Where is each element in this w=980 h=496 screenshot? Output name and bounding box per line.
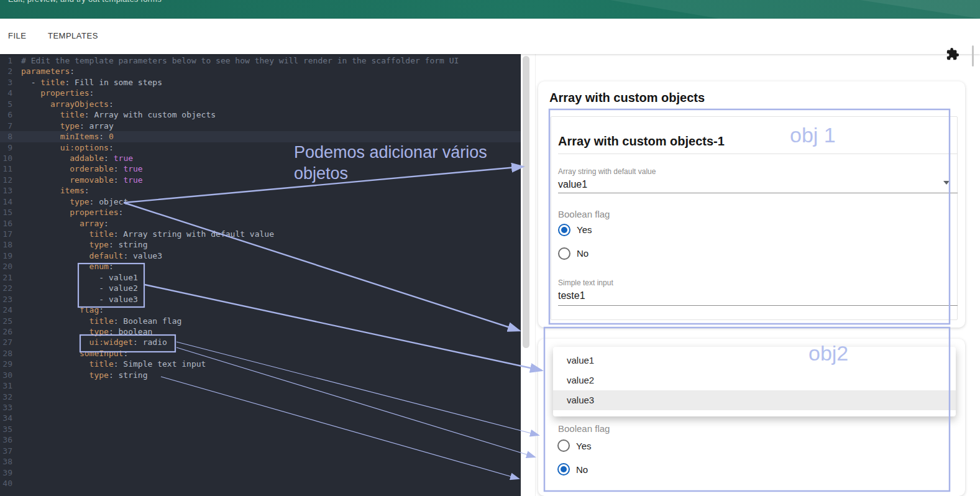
code-line[interactable]: 2parameters:: [0, 66, 521, 76]
line-number: 11: [0, 163, 12, 174]
app-root: Edit, preview, and try out templates for…: [0, 0, 980, 496]
boolean-flag-label-2: Boolean flag: [558, 423, 610, 434]
radio-no-label[interactable]: No: [577, 248, 588, 259]
radio-no-2-selected[interactable]: [557, 463, 570, 475]
code-line[interactable]: 24 flag:: [0, 305, 521, 315]
radio-no-2-label[interactable]: No: [576, 464, 588, 475]
line-number: 40: [0, 478, 12, 489]
radio-yes-2-label[interactable]: Yes: [576, 441, 591, 451]
code-line[interactable]: 4 properties:: [0, 88, 521, 98]
code-line[interactable]: 9 ui:options:: [0, 142, 521, 153]
editor-scrollbar-thumb[interactable]: [523, 56, 529, 348]
code-line[interactable]: 19 default: value3: [0, 250, 521, 261]
select-field-underline: [558, 193, 958, 193]
line-number: 22: [0, 283, 12, 293]
code-line[interactable]: 23 - value3: [0, 294, 521, 305]
line-number: 38: [0, 456, 12, 467]
code-line[interactable]: 31: [0, 380, 521, 391]
code-line[interactable]: 37: [0, 446, 521, 456]
line-number: 24: [0, 305, 12, 315]
line-number: 16: [0, 218, 12, 229]
line-number: 2: [0, 66, 12, 76]
code-line[interactable]: 35: [0, 424, 521, 434]
code-line[interactable]: 1# Edit the template parameters below to…: [0, 55, 521, 66]
code-line[interactable]: 25 title: Boolean flag: [0, 316, 521, 326]
line-number: 13: [0, 185, 12, 196]
select-field-value[interactable]: value1: [558, 179, 587, 190]
code-line[interactable]: 40: [0, 478, 521, 489]
code-line[interactable]: 33: [0, 402, 521, 413]
line-number: 21: [0, 272, 12, 283]
chevron-down-icon[interactable]: [943, 181, 950, 185]
code-line[interactable]: 38: [0, 456, 521, 467]
page-banner: Edit, preview, and try out templates for…: [0, 0, 980, 19]
line-number: 37: [0, 446, 12, 456]
line-number: 30: [0, 370, 12, 380]
radio-no[interactable]: [558, 247, 570, 260]
array-item-1-title: Array with custom objects-1: [558, 134, 725, 149]
page-scrollbar-thumb[interactable]: [972, 45, 974, 67]
code-line[interactable]: 11 orderable: true: [0, 163, 521, 174]
line-number: 4: [0, 88, 12, 98]
code-line[interactable]: 34: [0, 413, 521, 423]
line-number: 39: [0, 467, 12, 478]
code-line[interactable]: 29 title: Simple text input: [0, 359, 521, 369]
radio-yes-2[interactable]: [557, 439, 570, 452]
menu-file[interactable]: FILE: [8, 31, 26, 40]
menu-templates[interactable]: TEMPLATES: [48, 31, 98, 40]
code-line[interactable]: 15 properties:: [0, 207, 521, 218]
dropdown-option-value3-highlighted[interactable]: value3: [553, 390, 956, 410]
code-line[interactable]: 26 type: boolean: [0, 326, 521, 337]
code-line[interactable]: 30 type: string: [0, 370, 521, 380]
text-field-underline: [558, 305, 958, 306]
line-number: 17: [0, 229, 12, 239]
banner-subtitle: Edit, preview, and try out templates for…: [8, 0, 162, 4]
text-field-value[interactable]: teste1: [558, 290, 585, 301]
line-number: 5: [0, 99, 12, 109]
line-number: 29: [0, 359, 12, 369]
code-line[interactable]: 14 type: object: [0, 196, 521, 207]
code-line[interactable]: 18 type: string: [0, 239, 521, 250]
code-line[interactable]: 20 enum:: [0, 261, 521, 272]
text-field-label: Simple text input: [558, 278, 613, 287]
code-line[interactable]: 7 type: array: [0, 121, 521, 131]
code-line[interactable]: 36: [0, 434, 521, 445]
line-number: 15: [0, 207, 12, 218]
code-line[interactable]: 16 array:: [0, 218, 521, 229]
line-number: 10: [0, 153, 12, 163]
code-line[interactable]: 27 ui:widget: radio: [0, 337, 521, 347]
section-title: Array with custom objects: [549, 91, 705, 105]
code-lines: 1# Edit the template parameters below to…: [0, 55, 521, 489]
puzzle-extension-icon[interactable]: [946, 47, 959, 61]
code-line[interactable]: 12 removable: true: [0, 175, 521, 185]
code-line[interactable]: 17 title: Array string with default valu…: [0, 229, 521, 239]
line-number: 6: [0, 109, 12, 120]
code-line[interactable]: 10 addable: true: [0, 153, 521, 163]
line-number: 26: [0, 326, 12, 337]
line-number: 9: [0, 142, 12, 153]
line-number: 3: [0, 77, 12, 88]
code-line[interactable]: 28 someInput:: [0, 348, 521, 359]
code-line[interactable]: 32: [0, 392, 521, 402]
radio-yes-selected[interactable]: [558, 224, 570, 236]
line-number: 20: [0, 261, 12, 272]
code-line[interactable]: 8 minItems: 0: [0, 131, 521, 142]
code-line[interactable]: 22 - value2: [0, 283, 521, 293]
code-line[interactable]: 13 items:: [0, 185, 521, 196]
code-editor[interactable]: 1# Edit the template parameters below to…: [0, 54, 521, 496]
line-number: 8: [0, 131, 12, 142]
line-number: 1: [0, 55, 12, 66]
dropdown-option-value1[interactable]: value1: [553, 351, 956, 370]
radio-yes-label[interactable]: Yes: [577, 224, 592, 235]
menubar: FILE TEMPLATES: [0, 19, 980, 54]
code-line[interactable]: 6 title: Array with custom objects: [0, 109, 521, 120]
line-number: 25: [0, 316, 12, 326]
code-line[interactable]: 21 - value1: [0, 272, 521, 283]
line-number: 36: [0, 434, 12, 445]
code-line[interactable]: 39: [0, 467, 521, 478]
code-line[interactable]: 5 arrayObjects:: [0, 99, 521, 109]
dropdown-option-value2[interactable]: value2: [553, 370, 956, 390]
line-number: 32: [0, 392, 12, 402]
code-line[interactable]: 3 - title: Fill in some steps: [0, 77, 521, 88]
line-number: 12: [0, 175, 12, 185]
